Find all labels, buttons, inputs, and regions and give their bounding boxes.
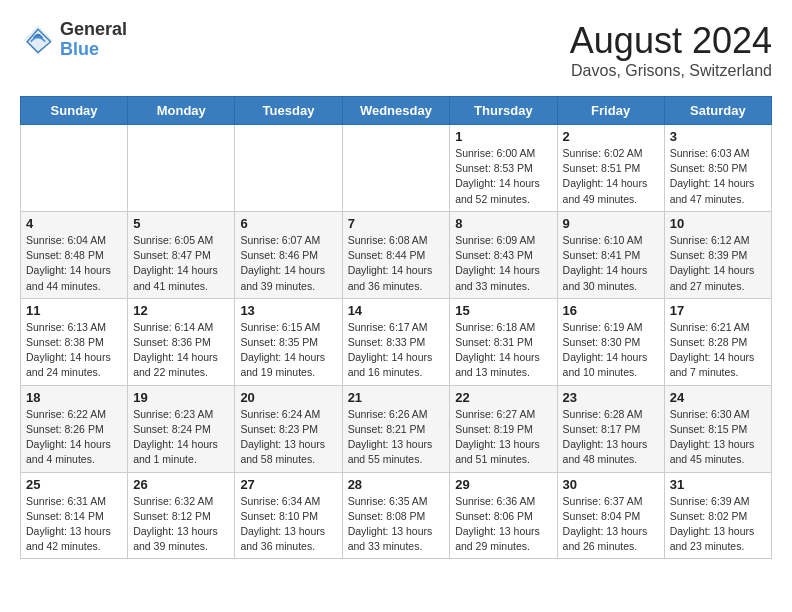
day-info: Sunrise: 6:31 AMSunset: 8:14 PMDaylight:… — [26, 494, 122, 555]
day-number: 1 — [455, 129, 551, 144]
day-number: 7 — [348, 216, 445, 231]
day-number: 19 — [133, 390, 229, 405]
day-info: Sunrise: 6:30 AMSunset: 8:15 PMDaylight:… — [670, 407, 766, 468]
day-info: Sunrise: 6:35 AMSunset: 8:08 PMDaylight:… — [348, 494, 445, 555]
day-number: 8 — [455, 216, 551, 231]
day-number: 12 — [133, 303, 229, 318]
day-cell: 14Sunrise: 6:17 AMSunset: 8:33 PMDayligh… — [342, 298, 450, 385]
day-cell — [235, 125, 342, 212]
calendar-table: SundayMondayTuesdayWednesdayThursdayFrid… — [20, 96, 772, 559]
logo: General Blue — [20, 20, 127, 60]
logo-icon — [20, 22, 56, 58]
calendar-header: SundayMondayTuesdayWednesdayThursdayFrid… — [21, 97, 772, 125]
day-cell: 20Sunrise: 6:24 AMSunset: 8:23 PMDayligh… — [235, 385, 342, 472]
day-info: Sunrise: 6:17 AMSunset: 8:33 PMDaylight:… — [348, 320, 445, 381]
week-row-2: 4Sunrise: 6:04 AMSunset: 8:48 PMDaylight… — [21, 211, 772, 298]
day-number: 2 — [563, 129, 659, 144]
day-number: 10 — [670, 216, 766, 231]
day-info: Sunrise: 6:28 AMSunset: 8:17 PMDaylight:… — [563, 407, 659, 468]
day-info: Sunrise: 6:00 AMSunset: 8:53 PMDaylight:… — [455, 146, 551, 207]
day-info: Sunrise: 6:07 AMSunset: 8:46 PMDaylight:… — [240, 233, 336, 294]
day-info: Sunrise: 6:23 AMSunset: 8:24 PMDaylight:… — [133, 407, 229, 468]
day-cell: 30Sunrise: 6:37 AMSunset: 8:04 PMDayligh… — [557, 472, 664, 559]
day-info: Sunrise: 6:26 AMSunset: 8:21 PMDaylight:… — [348, 407, 445, 468]
day-cell: 22Sunrise: 6:27 AMSunset: 8:19 PMDayligh… — [450, 385, 557, 472]
day-info: Sunrise: 6:15 AMSunset: 8:35 PMDaylight:… — [240, 320, 336, 381]
day-info: Sunrise: 6:19 AMSunset: 8:30 PMDaylight:… — [563, 320, 659, 381]
day-number: 4 — [26, 216, 122, 231]
day-cell: 15Sunrise: 6:18 AMSunset: 8:31 PMDayligh… — [450, 298, 557, 385]
column-header-friday: Friday — [557, 97, 664, 125]
column-header-saturday: Saturday — [664, 97, 771, 125]
column-header-thursday: Thursday — [450, 97, 557, 125]
day-number: 18 — [26, 390, 122, 405]
day-number: 27 — [240, 477, 336, 492]
column-header-sunday: Sunday — [21, 97, 128, 125]
day-number: 17 — [670, 303, 766, 318]
week-row-4: 18Sunrise: 6:22 AMSunset: 8:26 PMDayligh… — [21, 385, 772, 472]
week-row-5: 25Sunrise: 6:31 AMSunset: 8:14 PMDayligh… — [21, 472, 772, 559]
day-info: Sunrise: 6:02 AMSunset: 8:51 PMDaylight:… — [563, 146, 659, 207]
day-cell: 29Sunrise: 6:36 AMSunset: 8:06 PMDayligh… — [450, 472, 557, 559]
day-number: 29 — [455, 477, 551, 492]
day-number: 30 — [563, 477, 659, 492]
subtitle: Davos, Grisons, Switzerland — [570, 62, 772, 80]
day-number: 11 — [26, 303, 122, 318]
day-cell: 8Sunrise: 6:09 AMSunset: 8:43 PMDaylight… — [450, 211, 557, 298]
day-info: Sunrise: 6:14 AMSunset: 8:36 PMDaylight:… — [133, 320, 229, 381]
day-number: 16 — [563, 303, 659, 318]
day-cell: 4Sunrise: 6:04 AMSunset: 8:48 PMDaylight… — [21, 211, 128, 298]
day-cell: 26Sunrise: 6:32 AMSunset: 8:12 PMDayligh… — [128, 472, 235, 559]
main-title: August 2024 — [570, 20, 772, 62]
day-cell: 6Sunrise: 6:07 AMSunset: 8:46 PMDaylight… — [235, 211, 342, 298]
day-number: 25 — [26, 477, 122, 492]
day-info: Sunrise: 6:10 AMSunset: 8:41 PMDaylight:… — [563, 233, 659, 294]
day-number: 15 — [455, 303, 551, 318]
day-number: 24 — [670, 390, 766, 405]
day-cell: 3Sunrise: 6:03 AMSunset: 8:50 PMDaylight… — [664, 125, 771, 212]
day-cell: 11Sunrise: 6:13 AMSunset: 8:38 PMDayligh… — [21, 298, 128, 385]
day-cell: 5Sunrise: 6:05 AMSunset: 8:47 PMDaylight… — [128, 211, 235, 298]
day-cell: 7Sunrise: 6:08 AMSunset: 8:44 PMDaylight… — [342, 211, 450, 298]
day-number: 23 — [563, 390, 659, 405]
day-number: 9 — [563, 216, 659, 231]
day-info: Sunrise: 6:08 AMSunset: 8:44 PMDaylight:… — [348, 233, 445, 294]
column-header-tuesday: Tuesday — [235, 97, 342, 125]
column-header-monday: Monday — [128, 97, 235, 125]
week-row-3: 11Sunrise: 6:13 AMSunset: 8:38 PMDayligh… — [21, 298, 772, 385]
day-number: 26 — [133, 477, 229, 492]
calendar-body: 1Sunrise: 6:00 AMSunset: 8:53 PMDaylight… — [21, 125, 772, 559]
day-cell — [21, 125, 128, 212]
day-cell: 23Sunrise: 6:28 AMSunset: 8:17 PMDayligh… — [557, 385, 664, 472]
day-info: Sunrise: 6:03 AMSunset: 8:50 PMDaylight:… — [670, 146, 766, 207]
day-number: 21 — [348, 390, 445, 405]
day-info: Sunrise: 6:27 AMSunset: 8:19 PMDaylight:… — [455, 407, 551, 468]
day-cell: 10Sunrise: 6:12 AMSunset: 8:39 PMDayligh… — [664, 211, 771, 298]
day-cell: 25Sunrise: 6:31 AMSunset: 8:14 PMDayligh… — [21, 472, 128, 559]
day-number: 13 — [240, 303, 336, 318]
day-number: 3 — [670, 129, 766, 144]
day-info: Sunrise: 6:13 AMSunset: 8:38 PMDaylight:… — [26, 320, 122, 381]
day-cell: 27Sunrise: 6:34 AMSunset: 8:10 PMDayligh… — [235, 472, 342, 559]
day-number: 22 — [455, 390, 551, 405]
day-cell: 16Sunrise: 6:19 AMSunset: 8:30 PMDayligh… — [557, 298, 664, 385]
day-number: 14 — [348, 303, 445, 318]
day-cell: 17Sunrise: 6:21 AMSunset: 8:28 PMDayligh… — [664, 298, 771, 385]
title-block: August 2024 Davos, Grisons, Switzerland — [570, 20, 772, 80]
day-number: 5 — [133, 216, 229, 231]
day-cell: 12Sunrise: 6:14 AMSunset: 8:36 PMDayligh… — [128, 298, 235, 385]
day-info: Sunrise: 6:34 AMSunset: 8:10 PMDaylight:… — [240, 494, 336, 555]
day-number: 28 — [348, 477, 445, 492]
day-info: Sunrise: 6:09 AMSunset: 8:43 PMDaylight:… — [455, 233, 551, 294]
day-number: 20 — [240, 390, 336, 405]
day-cell: 13Sunrise: 6:15 AMSunset: 8:35 PMDayligh… — [235, 298, 342, 385]
day-cell: 28Sunrise: 6:35 AMSunset: 8:08 PMDayligh… — [342, 472, 450, 559]
day-cell — [342, 125, 450, 212]
day-info: Sunrise: 6:04 AMSunset: 8:48 PMDaylight:… — [26, 233, 122, 294]
day-number: 31 — [670, 477, 766, 492]
day-info: Sunrise: 6:05 AMSunset: 8:47 PMDaylight:… — [133, 233, 229, 294]
day-info: Sunrise: 6:12 AMSunset: 8:39 PMDaylight:… — [670, 233, 766, 294]
logo-blue: Blue — [60, 40, 127, 60]
day-cell: 31Sunrise: 6:39 AMSunset: 8:02 PMDayligh… — [664, 472, 771, 559]
day-cell — [128, 125, 235, 212]
